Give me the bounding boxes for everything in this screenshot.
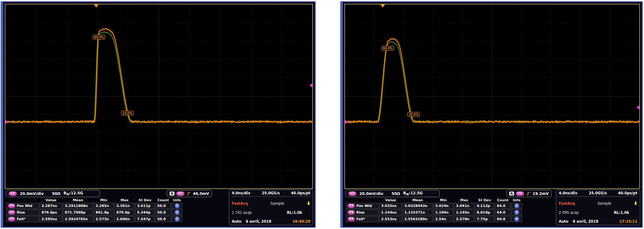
measurement-min: 861.8p <box>94 209 114 215</box>
col-stdev: St Dev <box>475 198 494 202</box>
measurement-row: C3Fall* 2.595ns 2.5924765n 2.573n 2.606n… <box>6 216 182 222</box>
channel-baseline-marker[interactable] <box>345 120 348 124</box>
trigger-readout[interactable]: A C3 19.2mV <box>506 190 552 197</box>
trigger-source-badge: C3 <box>516 192 524 196</box>
horizontal-acquisition-readout: 4.0ns/div 25.0GS/s 40.0ps/pt FastAcq Sam… <box>229 190 313 225</box>
trigger-mode: Auto <box>559 219 569 224</box>
trigger-a-badge: A <box>509 192 514 196</box>
info-help-icon[interactable]: ? <box>514 203 519 208</box>
date-label: 6 avril, 2018 <box>573 219 598 224</box>
measurement-count: 64.0 <box>495 203 511 209</box>
trigger-position-marker[interactable] <box>94 4 98 8</box>
acquisition-mode-row: FastAcq Sample <box>559 201 637 206</box>
sample-rate: 25.0GS/s <box>262 191 280 195</box>
trigger-level: 19.2mV <box>533 192 549 196</box>
measurement-mean: 3.0328443n <box>402 203 433 209</box>
channel-badge: C3 <box>348 192 356 196</box>
measurement-row: C3Rise 879.8ps 871.7968p 861.8p 879.8p 5… <box>6 209 182 215</box>
col-stdev: St Dev <box>135 198 155 202</box>
trigger-arm-arrow-icon <box>634 201 637 206</box>
annotation-90: 90.0% <box>93 35 105 39</box>
measurement-mean: 3.2911808n <box>63 203 93 209</box>
measurement-max: 2.578n <box>454 216 474 222</box>
waveform-display <box>345 4 639 188</box>
measurement-header-row: Value Mean Min Max St Dev Count Info <box>6 198 182 202</box>
measurement-row: C3Fall* 2.553ns 2.5563189n 2.54n 2.578n … <box>346 216 522 222</box>
trigger-mode: Auto <box>232 219 242 224</box>
measurement-max: 3.301n <box>114 203 135 209</box>
measurement-min: 3.285n <box>94 203 114 209</box>
sample-resolution: 40.0ps/pt <box>618 191 637 195</box>
measurement-header-row: Value Mean Min Max St Dev Count Info <box>346 198 522 202</box>
trigger-source-badge: C3 <box>176 192 184 196</box>
channel-badge: C3 <box>9 192 17 196</box>
measurement-name: Rise <box>17 210 25 215</box>
measurement-min: 2.573n <box>94 216 114 222</box>
measurement-name: Fall* <box>17 217 25 221</box>
measurement-row: C3Rise 1.144ns 1.125371n 1.106n 1.145n 8… <box>346 209 522 215</box>
record-length: RL:1.0k <box>287 210 302 215</box>
measurement-count: 50.0 <box>155 216 171 222</box>
info-help-icon[interactable]: ? <box>175 217 180 221</box>
measurement-name: Pos Wid <box>17 204 32 208</box>
vertical-scale: 20.0mV/div <box>359 192 383 196</box>
measurement-min: 2.54n <box>433 216 453 222</box>
trigger-position-marker[interactable] <box>380 4 385 8</box>
time-per-div: 4.0ns/div <box>559 191 577 195</box>
channel-readout[interactable]: C3 20.0mV/div 50Ω BW:12.5G <box>345 190 440 197</box>
acquisition-count: 1 741 acqs <box>232 210 252 215</box>
time-label: 16:49:29 <box>292 219 310 224</box>
input-termination: 50Ω <box>52 192 60 196</box>
fastacq-label: FastAcq <box>559 201 575 206</box>
info-help-icon[interactable]: ? <box>514 210 519 215</box>
horizontal-acquisition-readout: 4.0ns/div 25.0GS/s 40.0ps/pt FastAcq Sam… <box>556 190 640 225</box>
measurement-stdev: 4.112p <box>475 203 494 209</box>
vertical-scale: 20.0mV/div <box>20 192 44 196</box>
graticule: 90.0% 10.0% <box>344 4 640 189</box>
measurement-max: 1.145n <box>454 209 474 215</box>
channel-baseline-marker[interactable] <box>5 120 8 124</box>
info-help-icon[interactable]: ? <box>175 210 180 215</box>
channel-badge: C3 <box>348 204 355 208</box>
measurement-mean: 871.7968p <box>63 209 93 215</box>
measurement-value: 3.025ns <box>379 203 402 209</box>
trigger-arm-arrow-icon <box>307 201 310 206</box>
readout-bar: C3 20.0mV/div 50Ω BW:12.5G A C3 46.0mV V… <box>3 189 315 227</box>
acquisition-mode: Sample <box>598 201 611 206</box>
bandwidth-readout: BW:12.5G <box>403 191 423 196</box>
measurement-name: Fall* <box>356 217 365 221</box>
record-length: RL:1.0k <box>614 210 629 215</box>
annotation-10: 10.0% <box>407 112 420 117</box>
trigger-readout[interactable]: A C3 46.0mV <box>167 190 212 197</box>
acquisition-count: 2 095 acqs <box>559 210 579 215</box>
measurement-count: 64.0 <box>495 216 511 222</box>
trigger-level: 46.0mV <box>193 192 209 196</box>
channel-badge: C3 <box>348 210 355 215</box>
channel-readout[interactable]: C3 20.0mV/div 50Ω BW:12.5G <box>6 190 100 197</box>
trigger-level-marker[interactable] <box>636 105 640 110</box>
rising-edge-icon <box>526 192 531 196</box>
measurement-stdev: 7.547p <box>135 216 155 222</box>
sample-rate: 25.0GS/s <box>589 191 607 195</box>
measurement-stdev: 7.75p <box>475 216 494 222</box>
measurement-row: C3Pos Wid 3.287ns 3.2911808n 3.285n 3.30… <box>6 203 182 209</box>
graticule: 90.0% 10.0% <box>5 4 313 189</box>
col-info: Info <box>511 198 522 202</box>
trigger-a-badge: A <box>169 192 175 196</box>
measurement-table: Value Mean Min Max St Dev Count Info C3P… <box>6 198 183 223</box>
date-label: 6 avril, 2018 <box>246 219 271 224</box>
input-termination: 50Ω <box>391 192 400 196</box>
channel-badge: C3 <box>8 204 15 208</box>
col-value: Value <box>40 198 62 202</box>
trigger-mode-row: Auto6 avril, 2018 16:49:29 <box>232 219 310 224</box>
trigger-level-marker[interactable] <box>309 83 313 88</box>
measurement-table: Value Mean Min Max St Dev Count Info C3P… <box>345 198 523 223</box>
timebase-readout: 4.0ns/div 25.0GS/s 40.0ps/pt <box>232 191 310 197</box>
info-help-icon[interactable]: ? <box>514 217 519 221</box>
measurement-value: 2.553ns <box>379 216 402 222</box>
measurement-value: 2.595ns <box>40 216 62 222</box>
col-min: Min <box>94 198 114 202</box>
info-help-icon[interactable]: ? <box>175 203 180 208</box>
measurement-mean: 2.5563189n <box>402 216 433 222</box>
col-max: Max <box>454 198 474 202</box>
